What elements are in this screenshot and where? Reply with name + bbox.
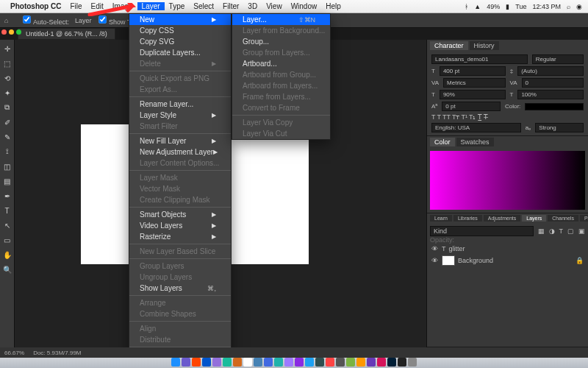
path-tool-icon[interactable]: ↖ <box>1 219 13 231</box>
dock-app-icon[interactable] <box>274 358 283 367</box>
menu-item[interactable]: Layer...⇧⌘N <box>232 14 330 25</box>
dock-app-icon[interactable] <box>295 358 304 367</box>
tab-layers[interactable]: Layers <box>522 215 546 222</box>
pen-tool-icon[interactable]: ✒ <box>1 190 13 202</box>
dock-app-icon[interactable] <box>356 358 365 367</box>
dock-app-icon[interactable] <box>398 358 406 367</box>
menu-item[interactable]: Smart Objects▶ <box>129 209 231 220</box>
dock-app-icon[interactable] <box>326 358 334 367</box>
menu-layer[interactable]: Layer <box>137 2 165 10</box>
menu-file[interactable]: File <box>65 2 86 10</box>
home-icon[interactable]: ⌂ <box>4 17 16 24</box>
dock-app-icon[interactable] <box>264 358 273 367</box>
dock-app-icon[interactable] <box>192 358 201 367</box>
smallcaps-icon[interactable]: Tᴛ <box>452 113 460 121</box>
dock-app-icon[interactable] <box>284 358 293 367</box>
dock-app-icon[interactable] <box>336 358 345 367</box>
zoom-level[interactable]: 66.67% <box>4 350 24 356</box>
tab-channels[interactable]: Channels <box>548 215 578 222</box>
menu-item[interactable]: Artboard... <box>232 58 330 69</box>
layer-name[interactable]: glitter <box>449 245 465 252</box>
dock-app-icon[interactable] <box>315 358 324 367</box>
font-size-field[interactable]: 400 pt <box>440 66 506 76</box>
baseline-field[interactable]: 0 pt <box>442 102 501 111</box>
eraser-tool-icon[interactable]: ◫ <box>1 160 13 172</box>
hscale-field[interactable]: 100% <box>517 90 584 99</box>
menu-window[interactable]: Window <box>287 2 322 10</box>
bluetooth-icon[interactable]: ᚼ <box>465 3 468 10</box>
tab-color[interactable]: Color <box>430 138 455 146</box>
tab-libraries[interactable]: Libraries <box>453 215 482 222</box>
menu-item[interactable]: Duplicate Layers... <box>129 47 231 58</box>
antialias-select[interactable]: Strong <box>535 123 584 132</box>
hand-tool-icon[interactable]: ✋ <box>1 249 13 261</box>
underline-icon[interactable]: T̲ <box>478 113 482 121</box>
gradient-tool-icon[interactable]: ▤ <box>1 175 13 187</box>
shape-tool-icon[interactable]: ▭ <box>1 234 13 246</box>
menu-item[interactable]: Copy CSS <box>129 25 231 36</box>
menu-edit[interactable]: Edit <box>87 2 108 10</box>
search-icon[interactable]: ⌕ <box>567 3 570 10</box>
font-style-select[interactable]: Regular <box>532 54 584 64</box>
filter-adj-icon[interactable]: ◑ <box>549 227 555 235</box>
dock-app-icon[interactable] <box>346 358 355 367</box>
filter-smart-icon[interactable]: ▣ <box>578 227 585 235</box>
brush-tool-icon[interactable]: ✎ <box>1 131 13 143</box>
tab-history[interactable]: History <box>470 41 499 50</box>
visibility-icon[interactable]: 👁 <box>431 257 439 264</box>
dock-app-icon[interactable] <box>202 358 211 367</box>
language-select[interactable]: English: USA <box>431 123 521 132</box>
font-family-select[interactable]: Landasans_demo01 <box>431 54 528 64</box>
show-transform-checkbox[interactable]: Show T <box>98 15 132 26</box>
menu-3d[interactable]: 3D <box>243 2 262 10</box>
tab-swatches[interactable]: Swatches <box>456 138 494 146</box>
document-tab[interactable]: Untitled-1 @ 66.7% (R... /8) <box>18 28 115 40</box>
italic-icon[interactable]: T <box>437 113 442 121</box>
menu-item[interactable]: New Adjustment Layer▶ <box>129 146 231 158</box>
dock-app-icon[interactable] <box>182 358 190 367</box>
dock-app-icon[interactable] <box>305 358 314 367</box>
lasso-tool-icon[interactable]: ⟲ <box>1 72 13 84</box>
marquee-tool-icon[interactable]: ⬚ <box>1 57 13 69</box>
leading-field[interactable]: (Auto) <box>517 66 584 76</box>
caps-icon[interactable]: TT <box>442 113 451 121</box>
filter-image-icon[interactable]: ▦ <box>538 227 545 235</box>
dock-app-icon[interactable] <box>233 358 242 367</box>
dock-app-icon[interactable] <box>377 358 386 367</box>
dock-app-icon[interactable] <box>387 358 396 367</box>
layer-filter-kind[interactable]: Kind <box>430 226 534 236</box>
tracking-field[interactable]: 0 <box>522 78 584 88</box>
layer-name[interactable]: Background <box>458 257 493 264</box>
menu-item[interactable]: Show Layers⌘, <box>129 283 231 294</box>
menu-item[interactable]: Rasterize▶ <box>129 231 231 242</box>
dock-app-icon[interactable] <box>212 358 221 367</box>
window-traffic-lights[interactable] <box>1 29 21 35</box>
siri-icon[interactable]: ◉ <box>576 3 582 10</box>
text-color-swatch[interactable] <box>525 103 584 110</box>
menu-filter[interactable]: Filter <box>218 2 243 10</box>
menu-item[interactable]: Copy SVG <box>129 36 231 47</box>
menu-image[interactable]: Image <box>108 2 137 10</box>
menu-select[interactable]: Select <box>189 2 218 10</box>
crop-tool-icon[interactable]: ⧉ <box>1 102 13 113</box>
menu-item[interactable]: Video Layers▶ <box>129 220 231 231</box>
eyedropper-tool-icon[interactable]: ✐ <box>1 116 13 128</box>
visibility-icon[interactable]: 👁 <box>431 245 439 252</box>
menu-item[interactable]: Group... <box>232 36 330 47</box>
color-picker[interactable] <box>430 151 585 210</box>
auto-select-checkbox[interactable]: Auto-Select: <box>22 15 69 26</box>
move-tool-icon[interactable]: ✛ <box>1 43 13 54</box>
strikethrough-icon[interactable]: T̶ <box>484 113 488 121</box>
dock-app-icon[interactable] <box>254 358 262 367</box>
tab-paths[interactable]: Paths <box>580 215 588 222</box>
bold-icon[interactable]: T <box>431 113 436 121</box>
dock-app-icon[interactable] <box>223 358 232 367</box>
kerning-field[interactable]: Metrics <box>443 78 505 88</box>
auto-select-target[interactable]: Layer <box>75 17 92 24</box>
tab-adjustments[interactable]: Adjustments <box>484 215 521 222</box>
filter-shape-icon[interactable]: ▢ <box>567 227 574 235</box>
dock-app-icon[interactable] <box>408 358 417 367</box>
type-tool-icon[interactable]: T <box>1 205 13 216</box>
menu-item[interactable]: Rename Layer... <box>129 99 231 110</box>
menu-help[interactable]: Help <box>321 2 345 10</box>
